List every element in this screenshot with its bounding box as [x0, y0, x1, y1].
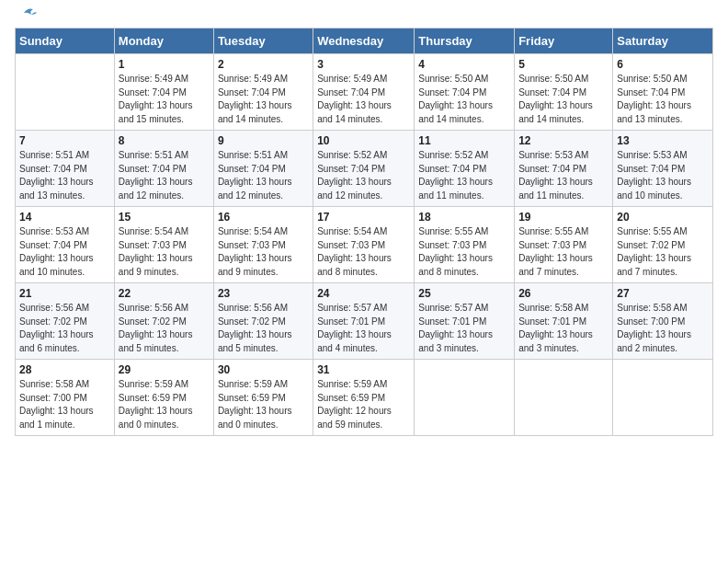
- calendar-cell: 24Sunrise: 5:57 AM Sunset: 7:01 PM Dayli…: [313, 283, 415, 360]
- week-row-1: 1Sunrise: 5:49 AM Sunset: 7:04 PM Daylig…: [16, 54, 713, 131]
- day-info: Sunrise: 5:51 AM Sunset: 7:04 PM Dayligh…: [119, 149, 210, 202]
- calendar-cell: 6Sunrise: 5:50 AM Sunset: 7:04 PM Daylig…: [613, 54, 713, 131]
- calendar-cell: 4Sunrise: 5:50 AM Sunset: 7:04 PM Daylig…: [415, 54, 515, 131]
- calendar-cell: 18Sunrise: 5:55 AM Sunset: 7:03 PM Dayli…: [415, 207, 515, 283]
- day-info: Sunrise: 5:59 AM Sunset: 6:59 PM Dayligh…: [218, 378, 309, 431]
- week-row-3: 14Sunrise: 5:53 AM Sunset: 7:04 PM Dayli…: [16, 207, 713, 283]
- day-info: Sunrise: 5:54 AM Sunset: 7:03 PM Dayligh…: [119, 225, 210, 279]
- calendar-cell: 8Sunrise: 5:51 AM Sunset: 7:04 PM Daylig…: [114, 131, 213, 207]
- day-info: Sunrise: 5:51 AM Sunset: 7:04 PM Dayligh…: [19, 149, 110, 202]
- day-number: 25: [418, 287, 510, 300]
- day-info: Sunrise: 5:57 AM Sunset: 7:01 PM Dayligh…: [317, 302, 410, 355]
- day-info: Sunrise: 5:49 AM Sunset: 7:04 PM Dayligh…: [119, 73, 210, 126]
- day-number: 14: [19, 211, 110, 224]
- day-info: Sunrise: 5:57 AM Sunset: 7:01 PM Dayligh…: [418, 302, 510, 355]
- calendar-cell: 7Sunrise: 5:51 AM Sunset: 7:04 PM Daylig…: [16, 131, 115, 207]
- calendar-cell: 3Sunrise: 5:49 AM Sunset: 7:04 PM Daylig…: [313, 54, 415, 131]
- calendar-cell: 26Sunrise: 5:58 AM Sunset: 7:01 PM Dayli…: [515, 283, 613, 360]
- calendar-cell: 15Sunrise: 5:54 AM Sunset: 7:03 PM Dayli…: [114, 207, 213, 283]
- calendar-cell: 19Sunrise: 5:55 AM Sunset: 7:03 PM Dayli…: [515, 207, 613, 283]
- day-number: 8: [119, 134, 210, 147]
- day-number: 12: [518, 134, 609, 147]
- page-header: [15, 15, 713, 20]
- day-info: Sunrise: 5:59 AM Sunset: 6:59 PM Dayligh…: [317, 378, 410, 431]
- day-number: 9: [218, 134, 309, 147]
- day-number: 1: [119, 58, 210, 71]
- day-info: Sunrise: 5:58 AM Sunset: 7:01 PM Dayligh…: [518, 302, 609, 355]
- calendar-cell: 12Sunrise: 5:53 AM Sunset: 7:04 PM Dayli…: [515, 131, 613, 207]
- col-header-saturday: Saturday: [613, 29, 713, 54]
- week-row-4: 21Sunrise: 5:56 AM Sunset: 7:02 PM Dayli…: [16, 283, 713, 360]
- calendar-cell: 16Sunrise: 5:54 AM Sunset: 7:03 PM Dayli…: [213, 207, 313, 283]
- calendar-cell: 28Sunrise: 5:58 AM Sunset: 7:00 PM Dayli…: [16, 360, 115, 436]
- calendar-cell: [613, 360, 713, 436]
- day-number: 5: [518, 58, 609, 71]
- day-number: 2: [218, 58, 309, 71]
- calendar-cell: 11Sunrise: 5:52 AM Sunset: 7:04 PM Dayli…: [415, 131, 515, 207]
- day-number: 10: [317, 134, 410, 147]
- day-info: Sunrise: 5:59 AM Sunset: 6:59 PM Dayligh…: [119, 378, 210, 431]
- col-header-thursday: Thursday: [415, 29, 515, 54]
- calendar-cell: 22Sunrise: 5:56 AM Sunset: 7:02 PM Dayli…: [114, 283, 213, 360]
- logo-bird-icon: [17, 6, 37, 20]
- logo: [15, 15, 37, 20]
- calendar-cell: 27Sunrise: 5:58 AM Sunset: 7:00 PM Dayli…: [613, 283, 713, 360]
- day-info: Sunrise: 5:54 AM Sunset: 7:03 PM Dayligh…: [218, 225, 309, 279]
- day-info: Sunrise: 5:53 AM Sunset: 7:04 PM Dayligh…: [617, 149, 709, 202]
- calendar-cell: 1Sunrise: 5:49 AM Sunset: 7:04 PM Daylig…: [114, 54, 213, 131]
- calendar-cell: 20Sunrise: 5:55 AM Sunset: 7:02 PM Dayli…: [613, 207, 713, 283]
- day-info: Sunrise: 5:50 AM Sunset: 7:04 PM Dayligh…: [617, 73, 709, 126]
- day-number: 23: [218, 287, 309, 300]
- day-number: 21: [19, 287, 110, 300]
- day-info: Sunrise: 5:53 AM Sunset: 7:04 PM Dayligh…: [518, 149, 609, 202]
- day-number: 26: [518, 287, 609, 300]
- calendar-table: SundayMondayTuesdayWednesdayThursdayFrid…: [15, 28, 713, 436]
- day-number: 19: [518, 211, 609, 224]
- day-info: Sunrise: 5:56 AM Sunset: 7:02 PM Dayligh…: [218, 302, 309, 355]
- calendar-cell: [515, 360, 613, 436]
- calendar-cell: 17Sunrise: 5:54 AM Sunset: 7:03 PM Dayli…: [313, 207, 415, 283]
- calendar-cell: 30Sunrise: 5:59 AM Sunset: 6:59 PM Dayli…: [213, 360, 313, 436]
- col-header-friday: Friday: [515, 29, 613, 54]
- calendar-cell: 5Sunrise: 5:50 AM Sunset: 7:04 PM Daylig…: [515, 54, 613, 131]
- week-row-2: 7Sunrise: 5:51 AM Sunset: 7:04 PM Daylig…: [16, 131, 713, 207]
- calendar-cell: 23Sunrise: 5:56 AM Sunset: 7:02 PM Dayli…: [213, 283, 313, 360]
- day-info: Sunrise: 5:56 AM Sunset: 7:02 PM Dayligh…: [119, 302, 210, 355]
- col-header-wednesday: Wednesday: [313, 29, 415, 54]
- day-info: Sunrise: 5:50 AM Sunset: 7:04 PM Dayligh…: [518, 73, 609, 126]
- calendar-cell: 9Sunrise: 5:51 AM Sunset: 7:04 PM Daylig…: [213, 131, 313, 207]
- day-number: 18: [418, 211, 510, 224]
- day-info: Sunrise: 5:53 AM Sunset: 7:04 PM Dayligh…: [19, 225, 110, 279]
- day-info: Sunrise: 5:51 AM Sunset: 7:04 PM Dayligh…: [218, 149, 309, 202]
- day-info: Sunrise: 5:55 AM Sunset: 7:02 PM Dayligh…: [617, 225, 709, 279]
- calendar-cell: 14Sunrise: 5:53 AM Sunset: 7:04 PM Dayli…: [16, 207, 115, 283]
- calendar-cell: [16, 54, 115, 131]
- calendar-header-row: SundayMondayTuesdayWednesdayThursdayFrid…: [16, 29, 713, 54]
- day-number: 22: [119, 287, 210, 300]
- col-header-tuesday: Tuesday: [213, 29, 313, 54]
- day-number: 11: [418, 134, 510, 147]
- day-info: Sunrise: 5:49 AM Sunset: 7:04 PM Dayligh…: [218, 73, 309, 126]
- day-number: 7: [19, 134, 110, 147]
- day-info: Sunrise: 5:50 AM Sunset: 7:04 PM Dayligh…: [418, 73, 510, 126]
- calendar-cell: 21Sunrise: 5:56 AM Sunset: 7:02 PM Dayli…: [16, 283, 115, 360]
- day-number: 6: [617, 58, 709, 71]
- calendar-cell: 31Sunrise: 5:59 AM Sunset: 6:59 PM Dayli…: [313, 360, 415, 436]
- day-info: Sunrise: 5:54 AM Sunset: 7:03 PM Dayligh…: [317, 225, 410, 279]
- day-number: 20: [617, 211, 709, 224]
- day-number: 4: [418, 58, 510, 71]
- day-number: 31: [317, 363, 410, 376]
- calendar-cell: 2Sunrise: 5:49 AM Sunset: 7:04 PM Daylig…: [213, 54, 313, 131]
- day-info: Sunrise: 5:56 AM Sunset: 7:02 PM Dayligh…: [19, 302, 110, 355]
- col-header-monday: Monday: [114, 29, 213, 54]
- day-number: 28: [19, 363, 110, 376]
- day-number: 30: [218, 363, 309, 376]
- day-info: Sunrise: 5:55 AM Sunset: 7:03 PM Dayligh…: [418, 225, 510, 279]
- day-info: Sunrise: 5:52 AM Sunset: 7:04 PM Dayligh…: [418, 149, 510, 202]
- day-number: 29: [119, 363, 210, 376]
- day-number: 13: [617, 134, 709, 147]
- calendar-cell: 25Sunrise: 5:57 AM Sunset: 7:01 PM Dayli…: [415, 283, 515, 360]
- day-info: Sunrise: 5:58 AM Sunset: 7:00 PM Dayligh…: [19, 378, 110, 431]
- day-number: 16: [218, 211, 309, 224]
- day-number: 15: [119, 211, 210, 224]
